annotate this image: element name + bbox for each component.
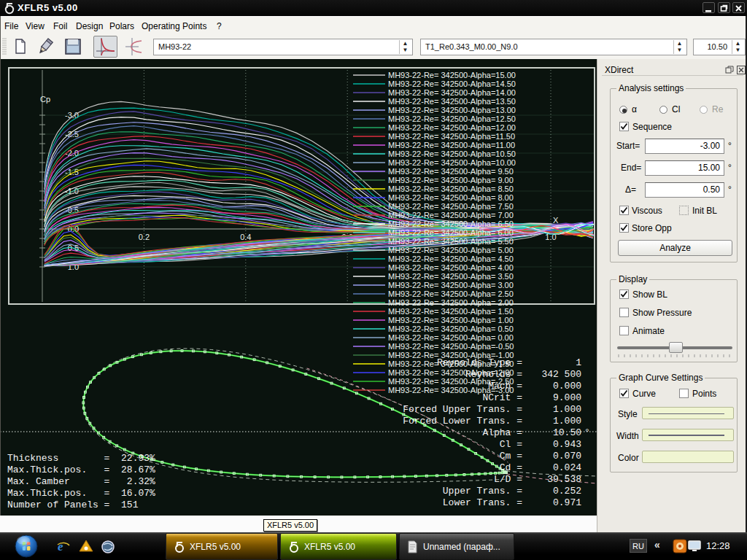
svg-text:Lower Trans. =: Lower Trans. = <box>443 497 522 508</box>
svg-text:MH93-22-Re= 342500-Alpha= 8.00: MH93-22-Re= 342500-Alpha= 8.00 <box>388 193 514 202</box>
svg-text:MH93-22-Re= 342500-Alpha= 5.50: MH93-22-Re= 342500-Alpha= 5.50 <box>388 237 514 246</box>
svg-text:X: X <box>553 216 559 225</box>
svg-text:MH93-22-Re= 342500-Alpha= 2.50: MH93-22-Re= 342500-Alpha= 2.50 <box>388 289 514 298</box>
svg-text:MH93-22-Re= 342500-Alpha=11.00: MH93-22-Re= 342500-Alpha=11.00 <box>388 141 515 149</box>
svg-text:1: 1 <box>576 357 581 368</box>
svg-text:0.252: 0.252 <box>553 486 581 497</box>
svg-text:MH93-22-Re= 342500-Alpha=14.00: MH93-22-Re= 342500-Alpha=14.00 <box>388 88 516 97</box>
svg-text:Max. Camber = 2.32%: Max. Camber = 2.32% <box>7 476 155 487</box>
svg-text:MH93-22-Re= 342500-Alpha= 9.00: MH93-22-Re= 342500-Alpha= 9.00 <box>388 176 514 184</box>
svg-text:MH93-22-Re= 342500-Alpha= 4.00: MH93-22-Re= 342500-Alpha= 4.00 <box>388 263 514 272</box>
svg-text:°: ° <box>584 427 590 438</box>
svg-text:MH93-22-Re= 342500-Alpha=11.50: MH93-22-Re= 342500-Alpha=11.50 <box>388 132 515 141</box>
svg-text:MH93-22-Re= 342500-Alpha=10.50: MH93-22-Re= 342500-Alpha=10.50 <box>388 149 516 158</box>
svg-text:Cl =: Cl = <box>500 439 522 450</box>
svg-text:MH93-22-Re= 342500-Alpha=13.50: MH93-22-Re= 342500-Alpha=13.50 <box>388 97 516 106</box>
svg-text:e: e <box>58 540 63 553</box>
svg-text:MH93-22-Re= 342500-Alpha=13.00: MH93-22-Re= 342500-Alpha=13.00 <box>388 106 516 114</box>
svg-text:MH93-22-Re= 342500-Alpha=12.00: MH93-22-Re= 342500-Alpha=12.00 <box>388 123 516 132</box>
svg-text:Max.Thick.pos. = 16.07%: Max.Thick.pos. = 16.07% <box>7 488 155 499</box>
svg-text:0.2: 0.2 <box>139 233 150 241</box>
svg-text:L/D =: L/D = <box>494 474 522 485</box>
svg-text:342 500: 342 500 <box>541 369 581 380</box>
svg-text:1.000: 1.000 <box>553 416 581 427</box>
svg-text:MH93-22-Re= 342500-Alpha=14.50: MH93-22-Re= 342500-Alpha=14.50 <box>388 79 516 88</box>
svg-text:MH93-22-Re= 342500-Alpha= 2.00: MH93-22-Re= 342500-Alpha= 2.00 <box>388 298 514 307</box>
svg-text:Cd =: Cd = <box>500 462 522 473</box>
svg-text:MH93-22-Re= 342500-Alpha= 7.00: MH93-22-Re= 342500-Alpha= 7.00 <box>388 211 514 219</box>
svg-text:Thickness = 22.93%: Thickness = 22.93% <box>7 453 155 464</box>
svg-text:MH93-22-Re= 342500-Alpha= 4.50: MH93-22-Re= 342500-Alpha= 4.50 <box>388 254 514 263</box>
svg-text:MH93-22-Re= 342500-Alpha= 0.50: MH93-22-Re= 342500-Alpha= 0.50 <box>388 324 514 333</box>
svg-text:MH93-22-Re= 342500-Alpha= 3.50: MH93-22-Re= 342500-Alpha= 3.50 <box>388 272 514 281</box>
svg-text:MH93-22-Re= 342500-Alpha= 5.00: MH93-22-Re= 342500-Alpha= 5.00 <box>388 246 514 254</box>
svg-text:Forced Upper Trans. =: Forced Upper Trans. = <box>403 404 522 415</box>
svg-text:9.000: 9.000 <box>553 392 581 403</box>
svg-text:Cm =: Cm = <box>500 451 522 462</box>
svg-text:0.070: 0.070 <box>553 451 581 462</box>
svg-text:Alpha =: Alpha = <box>482 427 522 438</box>
svg-text:39.538: 39.538 <box>547 474 581 485</box>
svg-text:MH93-22-Re= 342500-Alpha=12.50: MH93-22-Re= 342500-Alpha=12.50 <box>388 114 516 123</box>
svg-text:MH93-22-Re= 342500-Alpha= 6.50: MH93-22-Re= 342500-Alpha= 6.50 <box>388 219 514 228</box>
svg-text:MH93-22-Re= 342500-Alpha= 1.00: MH93-22-Re= 342500-Alpha= 1.00 <box>388 316 514 324</box>
svg-text:-1.5: -1.5 <box>65 168 79 176</box>
svg-text:MH93-22-Re= 342500-Alpha=10.00: MH93-22-Re= 342500-Alpha=10.00 <box>388 158 516 167</box>
svg-text:Cp: Cp <box>40 95 50 104</box>
svg-text:Forced Lower Trans. =: Forced Lower Trans. = <box>403 416 522 427</box>
svg-text:Max.Thick.pos. = 28.67%: Max.Thick.pos. = 28.67% <box>7 464 155 475</box>
svg-text:-2.5: -2.5 <box>65 130 79 139</box>
svg-text:MH93-22-Re= 342500-Alpha= 6.00: MH93-22-Re= 342500-Alpha= 6.00 <box>388 228 514 237</box>
svg-text:MH93-22-Re= 342500-Alpha= 7.50: MH93-22-Re= 342500-Alpha= 7.50 <box>388 202 514 211</box>
svg-text:0.4: 0.4 <box>240 233 251 241</box>
svg-text:0.943: 0.943 <box>553 439 581 450</box>
svg-text:MH93-22-Re= 342500-Alpha=15.00: MH93-22-Re= 342500-Alpha=15.00 <box>388 71 516 79</box>
svg-text:Mach =: Mach = <box>488 381 522 392</box>
svg-text:Number of Panels = 151: Number of Panels = 151 <box>7 499 139 510</box>
svg-text:MH93-22-Re= 342500-Alpha= 1.50: MH93-22-Re= 342500-Alpha= 1.50 <box>388 307 514 316</box>
svg-text:MH93-22-Re= 342500-Alpha= 0.00: MH93-22-Re= 342500-Alpha= 0.00 <box>388 333 514 342</box>
svg-text:1.000: 1.000 <box>553 404 581 415</box>
svg-text:0.971: 0.971 <box>553 497 581 508</box>
svg-text:MH93-22-Re= 342500-Alpha= 8.50: MH93-22-Re= 342500-Alpha= 8.50 <box>388 184 514 193</box>
svg-text:-3.0: -3.0 <box>65 111 79 120</box>
svg-text:Reynolds Type =: Reynolds Type = <box>437 357 522 368</box>
svg-text:Reynolds =: Reynolds = <box>465 369 522 380</box>
svg-text:MH93-22-Re= 342500-Alpha= 3.00: MH93-22-Re= 342500-Alpha= 3.00 <box>388 281 514 289</box>
svg-text:MH93-22-Re= 342500-Alpha=-0.50: MH93-22-Re= 342500-Alpha=-0.50 <box>388 342 514 351</box>
svg-text:NCrit =: NCrit = <box>482 392 522 403</box>
svg-text:10.50: 10.50 <box>553 427 581 438</box>
svg-text:0.024: 0.024 <box>553 462 581 473</box>
svg-text:Upper Trans. =: Upper Trans. = <box>443 486 522 497</box>
svg-text:0.000: 0.000 <box>553 381 581 392</box>
svg-text:MH93-22-Re= 342500-Alpha= 9.50: MH93-22-Re= 342500-Alpha= 9.50 <box>388 167 514 176</box>
